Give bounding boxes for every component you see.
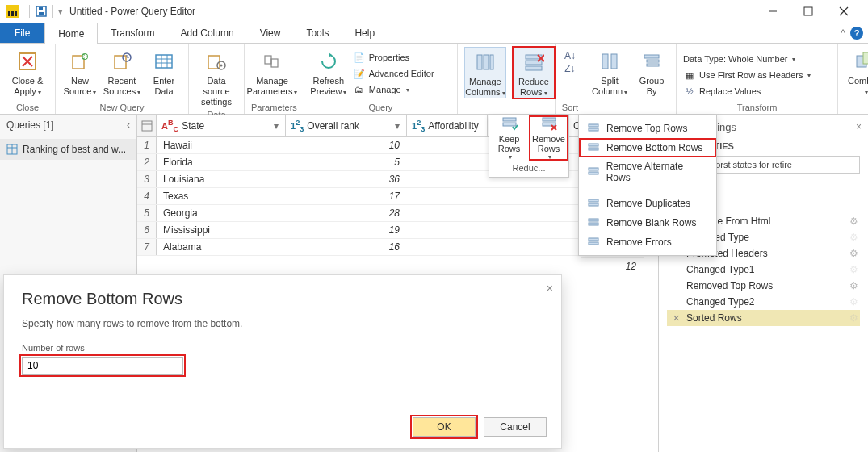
filter-icon[interactable]: ▾ — [270, 120, 282, 132]
column-header-overall-rank[interactable]: 123Overall rank▾ — [286, 115, 407, 136]
svg-rect-39 — [647, 60, 659, 62]
advanced-editor-button[interactable]: 📝Advanced Editor — [353, 66, 434, 81]
close-button[interactable] — [826, 0, 862, 23]
applied-step[interactable]: Removed Top Rows⚙ — [667, 278, 860, 294]
menu-item-remove-errors[interactable]: Remove Errors — [579, 232, 716, 252]
cell-rank[interactable]: 17 — [286, 188, 407, 204]
number-of-rows-label: Number of rows — [22, 343, 85, 353]
tab-tools[interactable]: Tools — [293, 23, 342, 43]
menu-item-remove-bottom-rows[interactable]: Remove Bottom Rows — [579, 138, 716, 157]
properties-button[interactable]: 📄Properties — [353, 50, 434, 65]
tab-view[interactable]: View — [247, 23, 294, 43]
tab-file[interactable]: File — [0, 23, 44, 43]
enter-data-button[interactable]: Enter Data — [146, 47, 182, 97]
manage-parameters-button[interactable]: Manage Parameters▾ — [251, 47, 293, 97]
gear-icon[interactable]: ⚙ — [849, 264, 858, 275]
applied-step[interactable]: ✕Sorted Rows⚙ — [667, 310, 860, 326]
tab-add-column[interactable]: Add Column — [168, 23, 247, 43]
svg-rect-62 — [589, 219, 598, 221]
remove-rows-button[interactable]: Remove Rows▾ — [529, 115, 568, 161]
menu-item-remove-duplicates[interactable]: Remove Duplicates — [579, 194, 716, 213]
menu-item-remove-top-rows[interactable]: Remove Top Rows — [579, 119, 716, 138]
gear-icon[interactable]: ⚙ — [849, 248, 858, 259]
cell-rank[interactable]: 36 — [286, 171, 407, 187]
queries-header[interactable]: Queries [1] ‹ — [0, 115, 136, 136]
data-source-settings-icon — [203, 48, 229, 74]
group-by-button[interactable]: Group By — [634, 47, 669, 97]
save-icon[interactable] — [35, 5, 48, 18]
cell-state[interactable]: Texas — [157, 188, 286, 204]
reduce-rows-button[interactable]: Reduce Rows▾ — [513, 47, 555, 98]
column-header-affordability[interactable]: 123Affordability — [407, 115, 488, 136]
manage-columns-button[interactable]: Manage Columns▾ — [464, 47, 506, 98]
cell-state[interactable]: Mississippi — [157, 222, 286, 238]
gear-icon[interactable]: ⚙ — [849, 312, 858, 324]
gear-icon[interactable]: ⚙ — [849, 216, 858, 227]
cell-state[interactable]: Georgia — [157, 205, 286, 221]
applied-step[interactable]: Changed Type1⚙ — [667, 262, 860, 278]
ribbon-collapse-icon[interactable]: ^ — [841, 27, 845, 39]
chevron-left-icon[interactable]: ‹ — [127, 119, 130, 131]
minimize-button[interactable] — [755, 0, 790, 23]
refresh-preview-button[interactable]: Refresh Preview▾ — [311, 47, 346, 97]
help-icon[interactable]: ? — [850, 27, 863, 40]
data-type-button[interactable]: Data Type: Whole Number▾ — [683, 52, 811, 66]
menu-item-remove-blank-rows[interactable]: Remove Blank Rows — [579, 213, 716, 232]
replace-values-button[interactable]: ½Replace Values — [683, 84, 811, 98]
filter-icon[interactable]: ▾ — [392, 120, 403, 132]
cell-rank[interactable]: 19 — [286, 222, 407, 238]
menu-item-label: Remove Top Rows — [606, 123, 688, 134]
gear-icon[interactable]: ⚙ — [849, 232, 858, 243]
split-column-button[interactable]: Split Column▾ — [592, 47, 627, 97]
first-row-headers-button[interactable]: ▦Use First Row as Headers▾ — [683, 68, 811, 82]
query-item[interactable]: Ranking of best and w... — [0, 139, 136, 160]
group-by-label: Group By — [634, 76, 669, 97]
data-source-settings-button[interactable]: Data source settings — [195, 47, 237, 108]
row-number: 4 — [137, 188, 157, 204]
ribbon-group-close: Close & Apply▾ Close — [0, 44, 56, 114]
ok-button[interactable]: OK — [413, 417, 476, 437]
sort-desc-button[interactable]: Z↓ — [564, 63, 575, 74]
keep-rows-button[interactable]: Keep Rows▾ — [489, 115, 529, 161]
cell-state[interactable]: Florida — [157, 154, 286, 170]
tab-transform[interactable]: Transform — [98, 23, 167, 43]
cell-rank[interactable]: 16 — [286, 239, 407, 255]
recent-sources-button[interactable]: Recent Sources▾ — [104, 47, 140, 97]
tab-help[interactable]: Help — [342, 23, 388, 43]
menu-item-label: Remove Blank Rows — [606, 217, 696, 228]
manage-button[interactable]: 🗂Manage▾ — [353, 82, 434, 97]
menu-item-label: Remove Bottom Rows — [606, 142, 702, 153]
sort-asc-button[interactable]: A↓ — [564, 50, 576, 61]
cell-rank[interactable]: 5 — [286, 154, 407, 170]
cell-state[interactable]: Alabama — [157, 239, 286, 255]
cell-value[interactable]: 12 — [581, 258, 644, 274]
number-of-rows-input[interactable] — [22, 357, 183, 375]
gear-icon[interactable]: ⚙ — [849, 280, 858, 291]
svg-rect-48 — [503, 118, 516, 121]
grid-corner[interactable] — [137, 115, 157, 136]
svg-rect-1 — [39, 12, 44, 15]
column-header-state[interactable]: ABCState▾ — [157, 115, 286, 136]
dialog-close-button[interactable]: × — [547, 282, 553, 295]
cancel-button[interactable]: Cancel — [484, 417, 547, 437]
cell-state[interactable]: Hawaii — [157, 137, 286, 153]
cell-rank[interactable]: 10 — [286, 137, 407, 153]
maximize-button[interactable] — [790, 0, 826, 23]
gear-icon[interactable]: ⚙ — [849, 296, 858, 308]
new-source-button[interactable]: ✱ New Source▾ — [62, 47, 98, 97]
svg-text:✱: ✱ — [82, 53, 88, 61]
rows-icon — [587, 122, 600, 135]
applied-step[interactable]: Changed Type2⚙ — [667, 294, 860, 310]
group-label-columns — [464, 101, 555, 114]
close-apply-button[interactable]: Close & Apply▾ — [6, 47, 48, 97]
tab-home[interactable]: Home — [44, 23, 98, 44]
cell-rank[interactable]: 28 — [286, 205, 407, 221]
combine-button[interactable]: Combine▾ — [845, 47, 868, 97]
close-settings-button[interactable]: × — [856, 121, 862, 132]
rows-icon — [587, 165, 600, 178]
step-label: Changed Type2 — [686, 296, 755, 308]
cell-state[interactable]: Louisiana — [157, 171, 286, 187]
table-icon — [6, 144, 18, 155]
qat-overflow-icon[interactable]: ▾ — [58, 6, 63, 17]
menu-item-remove-alternate-rows[interactable]: Remove Alternate Rows — [579, 157, 716, 186]
